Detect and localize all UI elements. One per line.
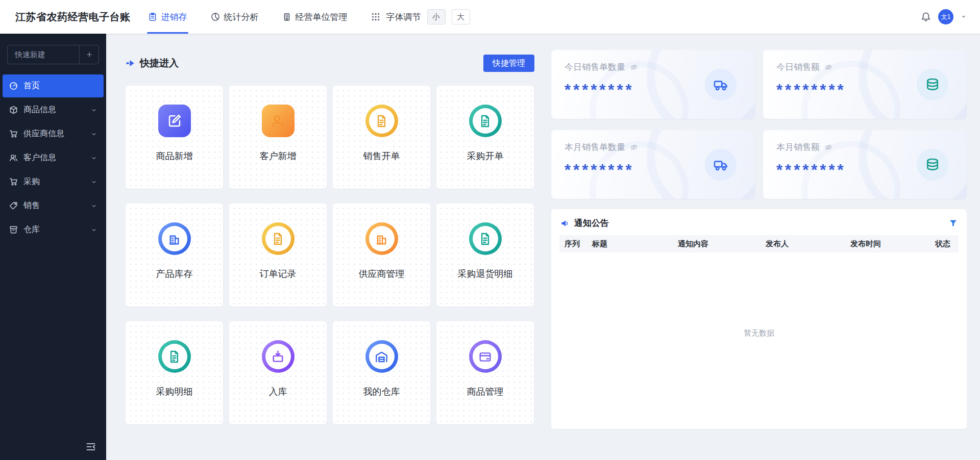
sidebar-item-label: 销售: [23, 200, 85, 211]
top-nav: 进销存 统计分析 经营单位管理: [148, 0, 371, 34]
quick-access-card[interactable]: 采购开单: [436, 86, 534, 189]
quick-card-glyph-icon: [271, 232, 285, 246]
quick-card-glyph-icon: [167, 350, 181, 364]
quick-access-card[interactable]: 我的仓库: [333, 321, 430, 424]
stat-label: 今日销售额: [776, 61, 820, 73]
quick-access-card[interactable]: 供应商管理: [333, 203, 430, 306]
quick-create-plus-button[interactable]: [79, 45, 99, 64]
sidebar-menu-item[interactable]: 采购: [3, 170, 104, 193]
quick-access-card[interactable]: 采购明细: [126, 321, 223, 424]
quick-create-button[interactable]: 快速新建: [7, 45, 99, 64]
font-adjust-label: 字体调节: [386, 11, 421, 23]
stat-icon-badge: [917, 149, 948, 181]
font-small-button[interactable]: 小: [427, 9, 446, 24]
quick-create-label: 快速新建: [8, 50, 79, 60]
quick-access-card[interactable]: 产品库存: [126, 203, 223, 306]
quick-manage-button[interactable]: 快捷管理: [483, 55, 534, 72]
nav-item-label: 进销存: [161, 11, 187, 23]
filter-icon[interactable]: [949, 219, 958, 227]
quick-access-card[interactable]: 采购退货明细: [436, 203, 534, 306]
top-header: 江苏省农药经营电子台账 进销存 统计分析 经营单位管理 字体调节 小 大 文1: [0, 0, 980, 34]
plus-icon: [86, 51, 93, 58]
stat-icon: [925, 77, 940, 92]
apps-grid-icon[interactable]: [371, 12, 380, 21]
sidebar-menu-item[interactable]: 客户信息: [3, 146, 104, 169]
sidebar-menu-item[interactable]: 供应商信息: [3, 122, 104, 145]
quick-card-glyph-icon: [478, 114, 492, 128]
stat-label: 今日销售单数量: [565, 61, 625, 73]
sidebar-item-icon: [9, 201, 18, 210]
nav-item-label: 经营单位管理: [296, 11, 348, 23]
quick-card-label: 商品新增: [156, 150, 193, 162]
chevron-down-icon: [91, 155, 97, 161]
notice-board-title: 通知公告: [574, 217, 609, 229]
quick-card-icon: [158, 340, 191, 373]
quick-access-grid: 商品新增 客户新增 销售开单: [126, 86, 534, 424]
stat-icon-badge: [705, 69, 737, 100]
top-nav-item[interactable]: 统计分析: [211, 0, 259, 34]
quick-card-icon: [262, 340, 295, 373]
chevron-down-icon: [91, 227, 97, 233]
quick-access-card[interactable]: 订单记录: [229, 203, 327, 306]
sidebar-menu-item[interactable]: 销售: [3, 194, 104, 217]
quick-card-label: 订单记录: [260, 268, 297, 280]
sidebar-menu-item[interactable]: 商品信息: [3, 98, 104, 121]
quick-card-icon: [469, 340, 502, 373]
quick-access-card[interactable]: 客户新增: [229, 86, 327, 189]
toggle-visibility-eye-icon[interactable]: [824, 63, 832, 71]
header-right-group: 文1: [921, 9, 967, 24]
notice-column-header: 发布人: [766, 239, 850, 249]
sidebar-footer: [0, 442, 106, 460]
quick-card-label: 我的仓库: [363, 386, 400, 398]
top-nav-item[interactable]: 经营单位管理: [282, 0, 348, 34]
quick-access-card[interactable]: 商品管理: [436, 321, 534, 424]
quick-card-glyph-icon: [375, 350, 388, 364]
nav-item-icon: [282, 12, 291, 21]
stat-card: 今日销售额 ********: [763, 50, 967, 119]
sidebar-item-icon: [9, 225, 18, 234]
stat-label: 本月销售单数量: [565, 141, 625, 153]
nav-item-label: 统计分析: [224, 11, 259, 23]
font-large-button[interactable]: 大: [452, 9, 470, 24]
avatar[interactable]: 文1: [938, 9, 953, 24]
quick-card-glyph-icon: [271, 113, 286, 129]
chevron-down-icon: [91, 203, 97, 209]
toggle-visibility-eye-icon[interactable]: [824, 143, 832, 151]
sidebar-item-icon: [9, 82, 18, 90]
quick-card-label: 供应商管理: [359, 268, 405, 280]
empty-state-text: 暂无数据: [559, 252, 959, 429]
quick-card-label: 采购开单: [467, 150, 504, 162]
sidebar-item-icon: [9, 154, 18, 162]
quick-access-card[interactable]: 入库: [229, 321, 327, 424]
top-nav-item[interactable]: 进销存: [148, 0, 187, 34]
chevron-down-icon: [91, 131, 97, 137]
quick-access-card[interactable]: 销售开单: [333, 86, 430, 189]
quick-card-icon: [365, 340, 398, 373]
quick-card-glyph-icon: [375, 232, 388, 246]
quick-card-glyph-icon: [478, 350, 492, 364]
stat-icon: [713, 77, 728, 92]
sidebar-item-label: 商品信息: [23, 105, 85, 115]
toggle-visibility-eye-icon[interactable]: [630, 143, 638, 151]
quick-access-title: 快捷进入: [140, 57, 179, 70]
stat-card: 本月销售单数量 ********: [551, 130, 755, 199]
stat-card: 今日销售单数量 ********: [551, 50, 755, 119]
quick-card-icon: [469, 105, 502, 137]
stat-card: 本月销售额 ********: [763, 130, 967, 199]
app-title: 江苏省农药经营电子台账: [15, 10, 131, 24]
sidebar-menu-item[interactable]: 首页: [3, 74, 104, 97]
sidebar-menu-item[interactable]: 仓库: [3, 218, 104, 241]
notice-column-header: 状态: [935, 239, 953, 249]
quick-card-glyph-icon: [167, 232, 181, 246]
toggle-visibility-eye-icon[interactable]: [630, 63, 638, 71]
sidebar-item-label: 首页: [23, 81, 85, 91]
quick-card-label: 采购明细: [156, 386, 193, 398]
quick-access-card[interactable]: 商品新增: [126, 86, 223, 189]
quick-access-arrow-icon: [126, 58, 136, 68]
chevron-down-icon[interactable]: [961, 14, 967, 20]
collapse-sidebar-icon[interactable]: [86, 442, 96, 452]
quick-card-icon: [365, 222, 398, 255]
nav-item-icon: [211, 12, 220, 21]
bell-icon[interactable]: [921, 12, 931, 22]
quick-card-icon: [262, 105, 295, 137]
